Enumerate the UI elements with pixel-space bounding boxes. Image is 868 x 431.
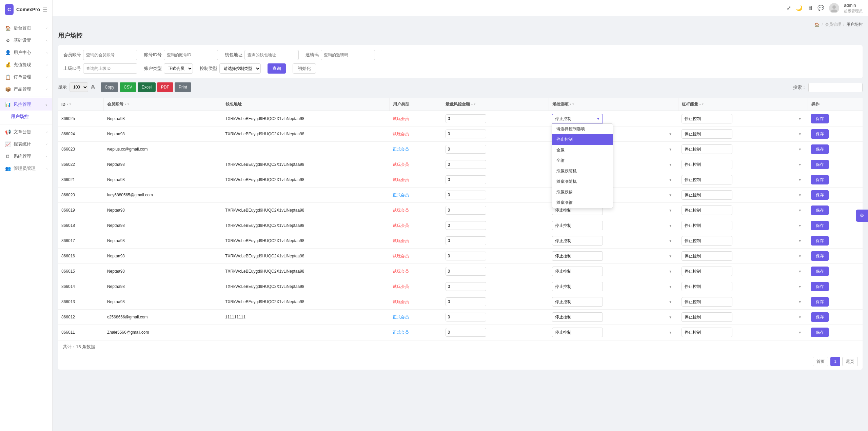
save-button[interactable]: 保存 [811,328,829,337]
min-risk-input[interactable] [446,130,486,138]
field-control-select[interactable]: 停止控制 全赢 全输 涨赢跌随机 跌赢涨随机 涨赢跌输 跌赢涨输 [552,267,603,276]
dropdown-item-fall-lose[interactable]: 跌赢涨输 [552,197,613,208]
sidebar-item-reports[interactable]: 📈 报表统计 ‹ [0,138,52,150]
excel-button[interactable]: Excel [138,82,156,92]
sidebar-item-orders[interactable]: 📋 订单管理 ‹ [0,71,52,83]
save-button[interactable]: 保存 [811,297,829,307]
pdf-button[interactable]: PDF [157,82,173,92]
min-risk-input[interactable] [446,191,486,199]
red-flag-select[interactable]: 停止控制 全赢 全输 [682,205,732,215]
expand-icon[interactable]: ⤢ [787,5,791,11]
red-flag-select[interactable]: 停止控制 全赢 全输 [682,114,732,123]
sidebar-item-dashboard[interactable]: 🏠 后台首页 ‹ [0,22,52,34]
sort-account-icon[interactable]: ▲▼ [124,103,130,106]
sidebar-item-basic[interactable]: ⚙ 基础设置 ‹ [0,34,52,46]
min-risk-input[interactable] [446,221,486,230]
sidebar-item-admin[interactable]: 👥 管理员管理 ‹ [0,162,52,175]
red-flag-select[interactable]: 停止控制 全赢 全输 [682,312,732,322]
red-flag-select[interactable]: 停止控制 全赢 全输 [682,221,732,230]
sidebar-item-products[interactable]: 📦 产品管理 ‹ [0,83,52,95]
sidebar-item-user-control[interactable]: 用户场控 [0,111,52,123]
sort-field-control-icon[interactable]: ▲▼ [569,103,575,106]
field-control-select[interactable]: 停止控制 全赢 全输 涨赢跌随机 跌赢涨随机 涨赢跌输 跌赢涨输 [552,297,603,307]
red-flag-select[interactable]: 停止控制 全赢 全输 [682,144,732,154]
min-risk-input[interactable] [446,145,486,154]
red-flag-select[interactable]: 停止控制 全赢 全输 [682,282,732,291]
save-button[interactable]: 保存 [811,190,829,200]
page-1-button[interactable]: 1 [830,357,840,366]
wallet-input[interactable] [244,50,299,60]
save-button[interactable]: 保存 [811,236,829,246]
dropdown-item-placeholder[interactable]: 请选择控制选项 [552,124,613,134]
copy-button[interactable]: Copy [101,82,118,92]
field-control-select[interactable]: 停止控制 全赢 全输 涨赢跌随机 跌赢涨随机 涨赢跌输 跌赢涨输 [552,236,603,246]
dropdown-item-rise-random[interactable]: 涨赢跌随机 [552,166,613,176]
breadcrumb-member[interactable]: 会员管理 [825,22,841,27]
dropdown-item-all-win[interactable]: 全赢 [552,145,613,155]
sidebar-item-risk[interactable]: 📊 风控管理 ∨ [0,98,52,111]
menu-toggle-icon[interactable]: ☰ [43,6,47,13]
red-flag-select[interactable]: 停止控制 全赢 全输 [682,160,732,169]
red-flag-select[interactable]: 停止控制 全赢 全输 [682,190,732,200]
save-button[interactable]: 保存 [811,205,829,215]
field-control-select[interactable]: 停止控制 全赢 全输 涨赢跌随机 跌赢涨随机 涨赢跌输 跌赢涨输 [552,282,603,291]
save-button[interactable]: 保存 [811,312,829,322]
min-risk-input[interactable] [446,297,486,306]
parent-id-input[interactable] [83,63,137,74]
sidebar-item-system[interactable]: 🖥 系统管理 ‹ [0,150,52,162]
dropdown-item-stop[interactable]: 停止控制 [552,134,613,145]
min-risk-input[interactable] [446,267,486,276]
save-button[interactable]: 保存 [811,267,829,276]
red-flag-select[interactable]: 停止控制 全赢 全输 [682,129,732,139]
sidebar-item-recharge[interactable]: 💰 充值提现 ‹ [0,59,52,71]
query-button[interactable]: 查询 [268,63,286,74]
min-risk-input[interactable] [446,313,486,321]
red-flag-select[interactable]: 停止控制 全赢 全输 [682,175,732,184]
min-risk-input[interactable] [446,175,486,184]
field-control-select[interactable]: 停止控制 全赢 全输 涨赢跌随机 跌赢涨随机 涨赢跌输 跌赢涨输 [552,221,603,230]
sort-red-flag-icon[interactable]: ▲▼ [699,103,704,106]
red-flag-select[interactable]: 停止控制 全赢 全输 [682,328,732,337]
avatar[interactable] [829,3,839,13]
control-type-select[interactable]: 请选择控制类型 停止控制 全赢 全输 涨赢跌随机 跌赢涨随机 涨赢跌输 跌赢涨输 [219,63,261,74]
red-flag-select[interactable]: 停止控制 全赢 全输 [682,251,732,261]
dropdown-item-fall-random[interactable]: 跌赢涨随机 [552,176,613,187]
prev-page-button[interactable]: 首页 [813,357,828,366]
min-risk-input[interactable] [446,160,486,169]
min-risk-input[interactable] [446,206,486,215]
invite-input[interactable] [321,50,375,60]
save-button[interactable]: 保存 [811,144,829,154]
account-id-input[interactable] [164,50,218,60]
field-control-select[interactable]: 停止控制 全赢 全输 涨赢跌随机 跌赢涨随机 涨赢跌输 跌赢涨输 [552,328,603,337]
min-risk-input[interactable] [446,328,486,337]
member-no-input[interactable] [83,50,137,60]
print-button[interactable]: Print [175,82,191,92]
red-flag-select[interactable]: 停止控制 全赢 全输 [682,297,732,307]
account-type-select[interactable]: 正式会员 试玩会员 [164,63,193,74]
sort-id-icon[interactable]: ▲▼ [66,103,72,106]
save-button[interactable]: 保存 [811,129,829,139]
monitor-icon[interactable]: 🖥 [807,5,813,11]
sidebar-item-notice[interactable]: 📢 文章公告 ‹ [0,126,52,138]
dropdown-item-all-lose[interactable]: 全输 [552,155,613,166]
chat-icon[interactable]: 💬 [817,5,824,11]
min-risk-input[interactable] [446,252,486,260]
field-control-select[interactable]: 停止控制 全赢 全输 涨赢跌随机 跌赢涨随机 涨赢跌输 跌赢涨输 [552,251,603,261]
csv-button[interactable]: CSV [120,82,136,92]
save-button[interactable]: 保存 [811,251,829,261]
save-button[interactable]: 保存 [811,221,829,230]
moon-icon[interactable]: 🌙 [796,5,803,11]
display-count-select[interactable]: 10 25 50 100 [70,82,88,92]
dropdown-item-rise-lose[interactable]: 涨赢跌输 [552,187,613,197]
save-button[interactable]: 保存 [811,114,829,123]
min-risk-input[interactable] [446,282,486,291]
sidebar-item-user-center[interactable]: 👤 用户中心 ‹ [0,46,52,59]
save-button[interactable]: 保存 [811,282,829,291]
save-button[interactable]: 保存 [811,160,829,169]
min-risk-input[interactable] [446,236,486,245]
red-flag-select[interactable]: 停止控制 全赢 全输 [682,236,732,246]
red-flag-select[interactable]: 停止控制 全赢 全输 [682,267,732,276]
min-risk-input[interactable] [446,114,486,123]
save-button[interactable]: 保存 [811,175,829,184]
dropdown-trigger[interactable]: 停止控制 ▼ [552,114,603,123]
